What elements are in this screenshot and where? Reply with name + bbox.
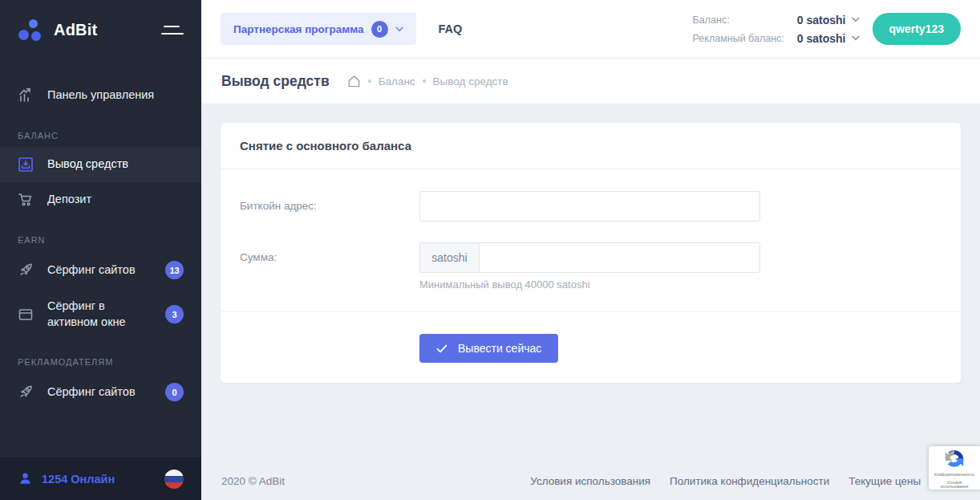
- sidebar: AdBit Панель управления БАЛАНС: [0, 0, 201, 500]
- chevron-down-icon: [395, 26, 403, 32]
- sidebar-header: AdBit: [0, 0, 201, 60]
- faq-link[interactable]: FAQ: [439, 22, 463, 35]
- breadcrumb-current: Вывод средств: [433, 75, 508, 87]
- amount-input[interactable]: [479, 242, 760, 273]
- count-badge: 13: [165, 261, 184, 279]
- sidebar-item-label: Вывод средств: [47, 157, 128, 173]
- amount-label: Сумма:: [240, 242, 419, 273]
- rocket-icon: [18, 384, 35, 400]
- ad-balance-value-dropdown[interactable]: 0 satoshi: [797, 32, 860, 45]
- withdraw-now-button[interactable]: Вывести сейчас: [419, 334, 558, 363]
- menu-toggle-icon[interactable]: [161, 22, 184, 38]
- page-title: Вывод средств: [221, 73, 330, 90]
- chevron-down-icon: [852, 17, 860, 22]
- card-footer: Вывести сейчас: [221, 311, 961, 383]
- footer-link-terms[interactable]: Условия использования: [530, 475, 650, 487]
- browser-window-icon: [18, 307, 35, 323]
- ad-balance-value: 0 satoshi: [797, 32, 846, 45]
- page-footer: 2020 © AdBit Условия использования Полит…: [201, 461, 980, 500]
- balance-value-dropdown[interactable]: 0 satoshi: [797, 14, 860, 26]
- bar-chart-icon: [18, 87, 35, 104]
- sidebar-item-withdraw[interactable]: Вывод средств: [0, 147, 201, 182]
- brand-logo[interactable]: AdBit: [18, 18, 97, 43]
- home-icon[interactable]: [347, 75, 361, 87]
- page-head: Вывод средств Баланс Вывод средств: [201, 59, 980, 104]
- partner-program-dropdown[interactable]: Партнерская программа 0: [221, 13, 416, 45]
- ad-balance-label: Рекламный баланс:: [693, 33, 784, 44]
- sidebar-item-advertiser-surfing[interactable]: Сёрфинг сайтов 0: [0, 373, 201, 411]
- breadcrumb-balance[interactable]: Баланс: [379, 75, 415, 87]
- count-badge: 3: [165, 305, 184, 323]
- check-icon: [436, 344, 447, 353]
- sidebar-item-deposit[interactable]: Депозит: [0, 182, 201, 217]
- brand-name: AdBit: [54, 21, 97, 39]
- footer-link-privacy[interactable]: Политика конфиденциальности: [670, 475, 829, 487]
- withdraw-now-label: Вывести сейчас: [458, 342, 541, 355]
- copyright: 2020 © AdBit: [221, 475, 285, 487]
- count-badge: 0: [165, 383, 184, 401]
- sidebar-item-surfing[interactable]: Сёрфинг сайтов 13: [0, 251, 201, 289]
- content-area: Снятие с основного баланса Биткойн адрес…: [201, 104, 980, 461]
- recaptcha-terms-label: Условия использования: [933, 480, 975, 488]
- top-header: Партнерская программа 0 FAQ Баланс: 0 sa…: [201, 0, 980, 59]
- app-window: AdBit Панель управления БАЛАНС: [0, 0, 980, 500]
- satoshi-addon: satoshi: [419, 242, 479, 273]
- online-count: 1254 Онлайн: [42, 473, 115, 486]
- recaptcha-privacy-label: Конфиденциальность -: [933, 473, 975, 481]
- sidebar-item-label: Депозит: [47, 192, 91, 208]
- balance-value: 0 satoshi: [797, 14, 846, 26]
- sidebar-item-label: Панель управления: [47, 87, 154, 104]
- cart-icon: [18, 192, 35, 208]
- sidebar-footer: 1254 Онлайн: [0, 457, 201, 500]
- balances-block: Баланс: 0 satoshi Рекламный баланс: 0 sa…: [693, 14, 860, 45]
- section-label-earn: EARN: [0, 217, 201, 251]
- sidebar-item-dashboard[interactable]: Панель управления: [0, 78, 201, 113]
- balance-label: Баланс:: [693, 14, 784, 26]
- breadcrumb-separator: [423, 79, 426, 83]
- sidebar-item-label: Сёрфинг сайтов: [47, 384, 136, 400]
- sidebar-nav: Панель управления БАЛАНС Вывод средств Д…: [0, 60, 201, 411]
- adbit-dots-icon: [18, 18, 43, 43]
- bitcoin-address-label: Биткойн адрес:: [240, 191, 419, 222]
- rocket-icon: [18, 262, 35, 278]
- russia-flag-icon[interactable]: [164, 470, 184, 489]
- partner-badge: 0: [371, 21, 388, 38]
- withdraw-card: Снятие с основного баланса Биткойн адрес…: [221, 123, 961, 383]
- sidebar-item-active-window-surfing[interactable]: Сёрфинг в активном окне 3: [0, 289, 201, 339]
- username-button[interactable]: qwerty123: [873, 13, 961, 45]
- minimum-withdraw-hint: Минимальный вывод 40000 satoshi: [419, 278, 760, 291]
- sidebar-item-label: Сёрфинг в активном окне: [47, 299, 150, 330]
- sidebar-item-label: Сёрфинг сайтов: [47, 262, 136, 278]
- breadcrumb: Баланс Вывод средств: [347, 75, 508, 87]
- chevron-down-icon: [852, 35, 860, 41]
- section-label-balance: БАЛАНС: [0, 113, 201, 147]
- address-row: Биткойн адрес:: [240, 191, 942, 222]
- bitcoin-address-input[interactable]: [419, 191, 760, 222]
- recaptcha-badge[interactable]: Конфиденциальность - Условия использован…: [929, 446, 980, 490]
- withdraw-form: Биткойн адрес: Сумма: satoshi Миним: [221, 169, 961, 311]
- partner-program-label: Партнерская программа: [233, 23, 364, 35]
- footer-link-prices[interactable]: Текущие цены: [848, 475, 921, 487]
- footer-links: Условия использования Политика конфиденц…: [530, 475, 960, 487]
- section-label-advertisers: РЕКЛАМОДАТЕЛЯМ: [0, 339, 201, 373]
- amount-row: Сумма: satoshi Минимальный вывод 40000 s…: [240, 242, 942, 291]
- breadcrumb-separator: [368, 79, 371, 83]
- withdraw-box-icon: [18, 157, 35, 173]
- header-right: Баланс: 0 satoshi Рекламный баланс: 0 sa…: [693, 13, 961, 45]
- recaptcha-logo-icon: [942, 447, 966, 471]
- user-online-icon: [18, 471, 33, 486]
- main-area: Партнерская программа 0 FAQ Баланс: 0 sa…: [201, 0, 980, 500]
- card-title: Снятие с основного баланса: [221, 123, 961, 169]
